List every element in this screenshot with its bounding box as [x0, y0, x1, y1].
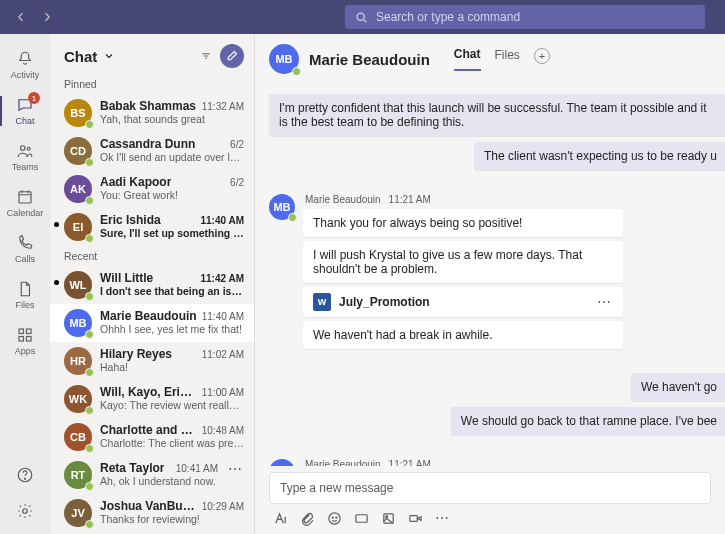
chat-item-preview: Yah, that sounds great: [100, 113, 244, 125]
avatar: CB: [64, 423, 92, 451]
svg-rect-4: [19, 329, 24, 334]
chat-item-preview: Ah, ok I understand now.: [100, 475, 218, 487]
chat-item-preview: Haha!: [100, 361, 244, 373]
chat-list-item[interactable]: WKWill, Kayo, Eric, +511:00 AMKayo: The …: [50, 380, 254, 418]
message-bubble-own[interactable]: I'm pretty confident that this launch wi…: [269, 94, 725, 136]
chevron-down-icon[interactable]: [103, 50, 115, 62]
app-rail: Activity 1 Chat Teams Calendar Calls Fil…: [0, 34, 50, 534]
chat-list-item[interactable]: HRHilary Reyes11:02 AMHaha!: [50, 342, 254, 380]
chat-list-item[interactable]: MBMarie Beaudouin11:40 AMOhhh I see, yes…: [50, 304, 254, 342]
avatar: HR: [64, 347, 92, 375]
file-attachment[interactable]: W July_Promotion ⋯: [303, 287, 623, 317]
rail-calls[interactable]: Calls: [0, 226, 50, 272]
svg-point-10: [23, 509, 28, 514]
chat-item-time: 10:48 AM: [202, 425, 244, 436]
svg-point-9: [24, 478, 25, 479]
chat-list-item[interactable]: EIEric Ishida11:40 AMSure, I'll set up s…: [50, 208, 254, 246]
emoji-icon[interactable]: [327, 511, 342, 526]
svg-rect-6: [19, 337, 24, 342]
chat-item-time: 11:32 AM: [202, 101, 244, 112]
chat-item-time: 11:00 AM: [202, 387, 244, 398]
chat-item-preview: Thanks for reviewing!: [100, 513, 244, 525]
chat-list-item[interactable]: JVJoshua VanBuren10:29 AMThanks for revi…: [50, 494, 254, 532]
nav-back-button[interactable]: [10, 6, 32, 28]
chat-list-item[interactable]: CBCharlotte and Babak10:48 AMCharlotte: …: [50, 418, 254, 456]
avatar: MB: [64, 309, 92, 337]
rail-label: Files: [15, 300, 34, 310]
chat-item-time: 11:02 AM: [202, 349, 244, 360]
svg-point-0: [357, 13, 364, 20]
rail-calendar[interactable]: Calendar: [0, 180, 50, 226]
svg-rect-7: [27, 337, 32, 342]
chat-item-preview: Ohhh I see, yes let me fix that!: [100, 323, 244, 335]
rail-activity[interactable]: Activity: [0, 42, 50, 88]
avatar: AK: [64, 175, 92, 203]
chat-list-panel: Chat Pinned BSBabak Shammas11:32 AMYah, …: [50, 34, 255, 534]
attach-icon[interactable]: [300, 511, 315, 526]
more-icon[interactable]: ⋯: [435, 510, 449, 526]
chat-item-name: Cassandra Dunn: [100, 137, 195, 151]
chat-list-item[interactable]: CDCassandra Dunn6/2Ok I'll send an updat…: [50, 132, 254, 170]
rail-label: Teams: [12, 162, 39, 172]
message-bubble-own[interactable]: We should go back to that ramne place. I…: [451, 407, 725, 435]
chat-header-avatar[interactable]: MB: [269, 44, 299, 74]
chat-list-item[interactable]: BSBabak Shammas11:32 AMYah, that sounds …: [50, 94, 254, 132]
unread-dot: [54, 280, 59, 285]
file-more-icon[interactable]: ⋯: [595, 294, 613, 310]
chat-list-item[interactable]: WLWill Little11:42 AMI don't see that be…: [50, 266, 254, 304]
word-doc-icon: W: [313, 293, 331, 311]
sticker-icon[interactable]: [381, 511, 396, 526]
tab-chat[interactable]: Chat: [454, 47, 481, 71]
svg-point-12: [332, 517, 333, 518]
chat-item-name: Marie Beaudouin: [100, 309, 197, 323]
message-bubble[interactable]: I will push Krystal to give us a few mor…: [303, 241, 623, 283]
avatar: WK: [64, 385, 92, 413]
filter-icon[interactable]: [200, 50, 212, 62]
message-bubble-own[interactable]: We haven't go: [631, 373, 725, 401]
chat-item-time: 6/2: [230, 177, 244, 188]
chat-item-preview: Kayo: The review went really well! Can't…: [100, 399, 244, 411]
gif-icon[interactable]: [354, 511, 369, 526]
chat-item-name: Will, Kayo, Eric, +5: [100, 385, 198, 399]
search-placeholder: Search or type a command: [376, 10, 520, 24]
pinned-section-label: Pinned: [50, 74, 254, 94]
svg-point-2: [27, 147, 30, 150]
rail-label: Calls: [15, 254, 35, 264]
message-bubble-own[interactable]: The client wasn't expecting us to be rea…: [474, 142, 725, 170]
chat-item-time: 11:40 AM: [200, 215, 244, 226]
nav-forward-button[interactable]: [36, 6, 58, 28]
help-button[interactable]: [10, 460, 40, 490]
rail-teams[interactable]: Teams: [0, 134, 50, 180]
chat-item-preview: I don't see that being an issue, can tak…: [100, 285, 244, 297]
settings-button[interactable]: [10, 496, 40, 526]
presence-indicator: [85, 444, 94, 453]
chat-item-preview: Charlotte: The client was pretty happy w…: [100, 437, 244, 449]
format-icon[interactable]: [273, 511, 288, 526]
rail-label: Calendar: [7, 208, 44, 218]
search-icon: [355, 11, 368, 24]
chat-item-more-icon[interactable]: ⋯: [226, 461, 244, 477]
rail-chat[interactable]: 1 Chat: [0, 88, 50, 134]
message-meta: Marie Beaudouin 11:21 AM: [303, 194, 623, 205]
chat-item-time: 10:29 AM: [202, 501, 244, 512]
rail-apps[interactable]: Apps: [0, 318, 50, 364]
chat-item-name: Aadi Kapoor: [100, 175, 171, 189]
tab-files[interactable]: Files: [495, 48, 520, 70]
message-bubble[interactable]: We haven't had a break in awhile.: [303, 321, 623, 349]
avatar: CD: [64, 137, 92, 165]
presence-indicator: [85, 368, 94, 377]
meet-icon[interactable]: [408, 511, 423, 526]
message-bubble[interactable]: Thank you for always being so positive!: [303, 209, 623, 237]
chat-list-item[interactable]: RTReta Taylor10:41 AMAh, ok I understand…: [50, 456, 254, 494]
chat-item-name: Will Little: [100, 271, 153, 285]
message-input[interactable]: Type a new message: [269, 472, 711, 504]
chat-item-preview: You: Great work!: [100, 189, 244, 201]
chat-list-item[interactable]: AKAadi Kapoor6/2You: Great work!: [50, 170, 254, 208]
chat-title: Marie Beaudouin: [309, 51, 430, 68]
rail-files[interactable]: Files: [0, 272, 50, 318]
svg-point-16: [386, 515, 388, 517]
chat-item-name: Joshua VanBuren: [100, 499, 198, 513]
new-chat-button[interactable]: [220, 44, 244, 68]
search-input[interactable]: Search or type a command: [345, 5, 705, 29]
add-tab-button[interactable]: +: [534, 48, 550, 64]
